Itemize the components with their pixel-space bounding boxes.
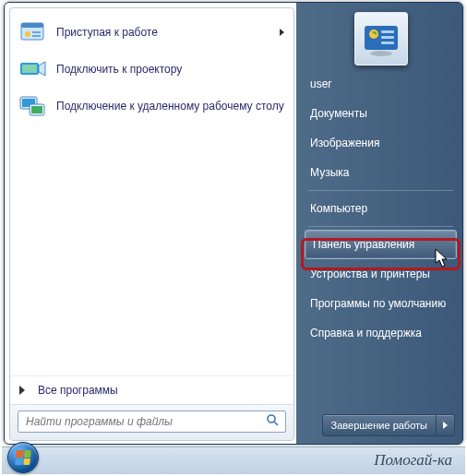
- brand-text: Помогай-ка: [374, 451, 452, 470]
- svg-line-13: [274, 422, 278, 425]
- program-connect-projector[interactable]: Подключить к проектору: [12, 51, 292, 88]
- getting-started-icon: [18, 18, 47, 47]
- right-item-music[interactable]: Музыка: [299, 158, 462, 187]
- right-item-label: Панель управления: [313, 238, 414, 251]
- program-label: Приступая к работе: [56, 26, 286, 39]
- right-item-pictures[interactable]: Изображения: [299, 128, 462, 158]
- svg-point-2: [25, 31, 30, 37]
- shutdown-button[interactable]: Завершение работы: [322, 414, 437, 436]
- svg-rect-1: [21, 23, 43, 28]
- right-item-label: Программы по умолчанию: [310, 297, 446, 310]
- arrow-right-icon: [19, 386, 25, 395]
- right-item-help[interactable]: Справка и поддержка: [299, 318, 462, 348]
- start-right-panel: user Документы Изображения Музыка Компью…: [299, 3, 462, 444]
- right-item-computer[interactable]: Компьютер: [299, 194, 462, 223]
- program-remote-desktop[interactable]: Подключение к удаленному рабочему столу: [12, 88, 292, 125]
- shutdown-options-button[interactable]: [437, 414, 455, 436]
- right-item-label: Справка и поддержка: [310, 327, 422, 339]
- user-picture[interactable]: [354, 12, 408, 65]
- right-item-label: Компьютер: [310, 202, 367, 215]
- arrow-right-icon: [443, 422, 448, 429]
- recent-programs-list: Приступая к работе Подключить к проектор…: [10, 8, 293, 375]
- svg-rect-18: [381, 42, 394, 44]
- all-programs-label: Все программы: [38, 384, 118, 397]
- remote-desktop-icon: [18, 91, 47, 121]
- shutdown-label: Завершение работы: [331, 420, 427, 431]
- start-button[interactable]: [7, 442, 39, 473]
- right-item-user[interactable]: user: [299, 69, 462, 99]
- all-programs[interactable]: Все программы: [10, 375, 293, 404]
- control-panel-icon: [361, 18, 401, 59]
- start-left-panel: Приступая к работе Подключить к проектор…: [9, 7, 294, 441]
- submenu-arrow-icon: [280, 29, 284, 36]
- right-item-default-programs[interactable]: Программы по умолчанию: [299, 289, 462, 318]
- right-item-devices-printers[interactable]: Устройства и принтеры: [299, 259, 462, 289]
- right-item-label: Документы: [310, 107, 367, 120]
- start-menu: Приступая к работе Подключить к проектор…: [4, 2, 463, 445]
- svg-marker-7: [39, 62, 45, 76]
- shutdown-row: Завершение работы: [322, 414, 455, 436]
- svg-rect-17: [381, 36, 394, 39]
- separator: [308, 190, 453, 191]
- right-item-label: Изображения: [310, 137, 379, 149]
- search-icon: [266, 413, 280, 431]
- program-label: Подключить к проектору: [56, 63, 286, 76]
- right-item-documents[interactable]: Документы: [299, 99, 462, 128]
- right-item-label: Устройства и принтеры: [310, 268, 430, 280]
- separator: [308, 226, 453, 227]
- svg-point-15: [369, 30, 378, 39]
- svg-rect-11: [31, 106, 42, 113]
- search-row: [10, 404, 293, 440]
- search-field[interactable]: [18, 411, 286, 433]
- svg-rect-4: [32, 35, 41, 37]
- right-item-control-panel[interactable]: Панель управления: [305, 230, 457, 259]
- program-getting-started[interactable]: Приступая к работе: [12, 14, 292, 51]
- svg-rect-16: [381, 30, 394, 33]
- projector-icon: [18, 54, 47, 84]
- svg-rect-3: [32, 31, 41, 33]
- svg-rect-6: [22, 65, 37, 73]
- right-item-label: user: [310, 77, 331, 90]
- search-input[interactable]: [26, 415, 266, 428]
- windows-logo-icon: [15, 450, 31, 465]
- taskbar: Помогай-ка: [2, 446, 465, 474]
- program-label: Подключение к удаленному рабочему столу: [56, 100, 286, 113]
- svg-point-12: [268, 415, 275, 422]
- svg-point-19: [370, 51, 392, 56]
- right-item-label: Музыка: [310, 166, 349, 179]
